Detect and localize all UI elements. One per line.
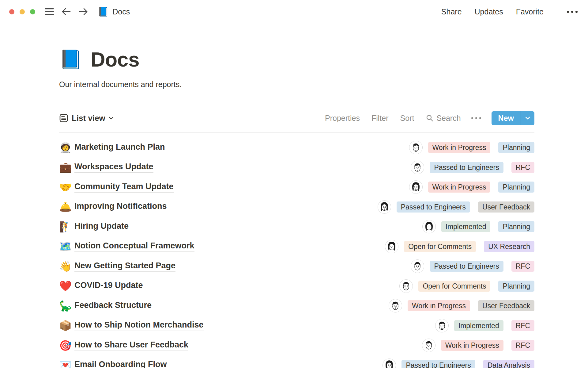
list-item[interactable]: 🎯 How to Share User Feedback Work in Pro… [59,335,534,355]
list-item[interactable]: 🦕 Feedback Structure Work in Progress Us… [59,296,534,316]
person-avatar [435,319,449,332]
list-item[interactable]: 📦 How to Ship Notion Merchandise Impleme… [59,316,534,336]
page-header: 📘 Docs [59,47,534,72]
status-badge[interactable]: Passed to Engineers [397,201,470,213]
filter-button[interactable]: Filter [371,114,389,123]
bell-emoji-icon: 🛎️ [59,202,74,212]
back-arrow-icon[interactable] [61,7,71,16]
page-link[interactable]: Improving Notifications [74,201,167,212]
page-description: Our internal documents and reports. [59,80,534,89]
status-badge[interactable]: Open for Comments [418,281,490,292]
category-badge[interactable]: UX Research [484,241,534,252]
new-button-group: New [492,111,534,125]
person-avatar [409,180,423,194]
category-badge[interactable]: Planning [498,142,534,153]
page-book-icon[interactable]: 📘 [59,50,82,69]
new-button[interactable]: New [492,111,521,125]
share-button[interactable]: Share [441,7,462,16]
astronaut-emoji-icon: 🧑‍🚀 [59,143,74,153]
target-emoji-icon: 🎯 [59,340,74,351]
category-badge[interactable]: Planning [498,182,534,193]
handshake-emoji-icon: 🤝 [59,182,74,192]
window-controls [9,9,35,14]
list-item[interactable]: 💼 Workspaces Update Passed to Engineers … [59,158,534,178]
page-link[interactable]: COVID-19 Update [74,281,143,291]
person-avatar [409,141,423,154]
waving-hand-emoji-icon: 👋 [59,261,74,271]
page-link[interactable]: Email Onboarding Flow [74,360,167,368]
person-avatar [399,279,413,293]
list-item[interactable]: 💌 Email Onboarding Flow Passed to Engine… [59,355,534,368]
hamburger-menu-icon[interactable] [44,8,54,16]
package-emoji-icon: 📦 [59,320,74,331]
person-avatar [385,240,398,253]
list-item[interactable]: 🗺️ Notion Conceptual Framework Open for … [59,237,534,257]
status-badge[interactable]: Work in Progress [408,300,470,311]
page-link[interactable]: Feedback Structure [74,301,152,311]
search-icon [426,114,434,122]
view-toolbar: List view Properties Filter Sort Search … [59,111,534,125]
page-link[interactable]: Hiring Update [74,221,129,232]
page-link[interactable]: How to Share User Feedback [74,340,188,351]
category-badge[interactable]: Planning [498,221,534,232]
minimize-window-icon[interactable] [20,9,25,14]
list-item[interactable]: 🧑‍🚀 Marketing Launch Plan Work in Progre… [59,138,534,158]
search-label: Search [436,114,461,123]
properties-button[interactable]: Properties [325,114,360,123]
list-view-selector[interactable]: List view [59,113,114,123]
page-link[interactable]: Marketing Launch Plan [74,142,165,153]
status-badge[interactable]: Work in Progress [428,182,491,193]
person-avatar [383,358,396,368]
list-item[interactable]: 🧗 Hiring Update Implemented Planning [59,217,534,237]
status-badge[interactable]: Passed to Engineers [430,261,503,272]
zoom-window-icon[interactable] [30,9,35,14]
chevron-down-icon [109,117,114,120]
status-badge[interactable]: Work in Progress [441,340,503,351]
page-link[interactable]: Notion Conceptual Framework [74,241,194,252]
page-link[interactable]: New Getting Started Page [74,261,175,272]
person-avatar [389,299,402,312]
list-view-icon [59,113,68,123]
list-item[interactable]: 🛎️ Improving Notifications Passed to Eng… [59,197,534,217]
search-button[interactable]: Search [426,114,461,123]
titlebar: 📘 Docs Share Updates Favorite [0,0,588,23]
list-item[interactable]: ❤️ COVID-19 Update Open for Comments Pla… [59,276,534,296]
category-badge[interactable]: User Feedback [478,201,534,213]
page-link[interactable]: Community Team Update [74,182,174,193]
new-chevron-down-icon [525,117,530,120]
breadcrumb[interactable]: 📘 Docs [98,7,130,16]
dinosaur-emoji-icon: 🦕 [59,301,74,311]
new-dropdown-button[interactable] [521,111,534,125]
forward-arrow-icon[interactable] [78,7,89,16]
world-map-emoji-icon: 🗺️ [59,241,74,251]
climber-emoji-icon: 🧗 [59,222,74,232]
category-badge[interactable]: RFC [511,340,534,351]
list-item[interactable]: 🤝 Community Team Update Work in Progress… [59,177,534,197]
updates-button[interactable]: Updates [475,7,503,16]
toolbar-more-icon[interactable] [471,117,481,119]
person-avatar [411,259,424,273]
status-badge[interactable]: Implemented [454,320,503,331]
category-badge[interactable]: User Feedback [478,300,534,311]
page-link[interactable]: How to Ship Notion Merchandise [74,320,204,331]
sort-button[interactable]: Sort [400,114,414,123]
category-badge[interactable]: Data Analysis [483,360,534,368]
status-badge[interactable]: Open for Comments [404,241,476,252]
more-options-icon[interactable] [567,11,578,13]
status-badge[interactable]: Passed to Engineers [430,162,503,173]
category-badge[interactable]: Planning [498,281,534,292]
status-badge[interactable]: Passed to Engineers [401,360,475,368]
love-letter-emoji-icon: 💌 [59,360,74,368]
status-badge[interactable]: Implemented [441,221,491,232]
category-badge[interactable]: RFC [511,261,534,272]
category-badge[interactable]: RFC [511,320,534,331]
doc-book-icon: 📘 [98,7,109,16]
page-link[interactable]: Workspaces Update [74,162,153,173]
doc-title: Docs [112,7,130,16]
close-window-icon[interactable] [9,9,14,14]
list-item[interactable]: 👋 New Getting Started Page Passed to Eng… [59,256,534,276]
view-label: List view [72,113,105,123]
favorite-button[interactable]: Favorite [516,7,544,16]
status-badge[interactable]: Work in Progress [428,142,491,153]
category-badge[interactable]: RFC [511,162,534,173]
